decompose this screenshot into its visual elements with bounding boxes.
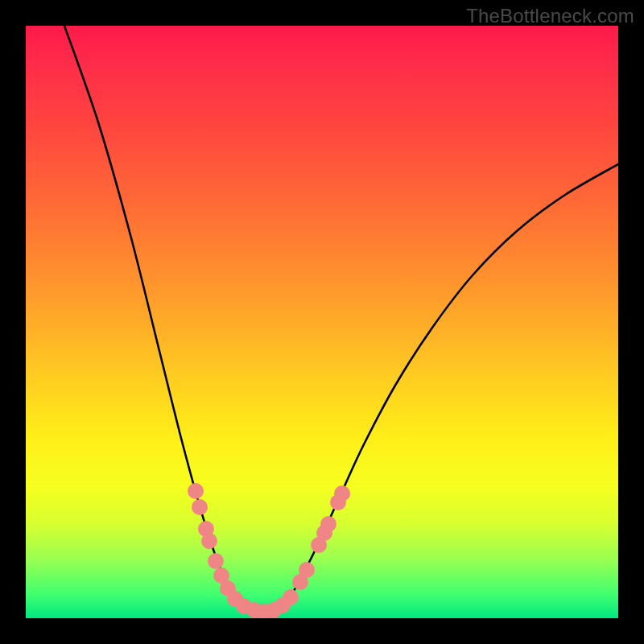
- curve-svg: [26, 26, 618, 618]
- data-dot: [201, 533, 217, 549]
- plot-area: [26, 26, 618, 618]
- data-dot: [320, 516, 336, 532]
- watermark-text: TheBottleneck.com: [466, 5, 634, 27]
- data-dot: [192, 499, 208, 515]
- curve-path: [64, 26, 618, 612]
- chart-frame: TheBottleneck.com: [0, 0, 644, 644]
- data-dot: [283, 589, 299, 605]
- curve-dots: [188, 483, 350, 618]
- data-dot: [299, 562, 315, 578]
- data-dot: [208, 553, 224, 569]
- data-dot: [334, 485, 350, 502]
- data-dot: [188, 483, 204, 499]
